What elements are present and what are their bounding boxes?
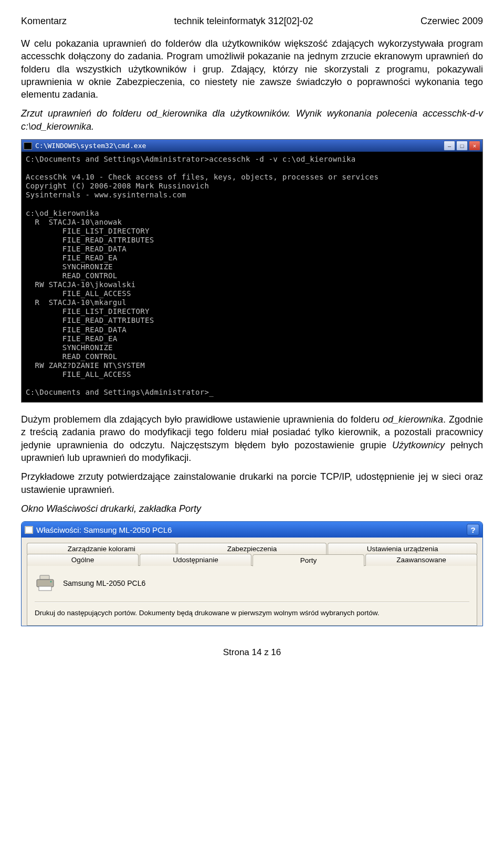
paragraph-2-italic: Zrzut uprawnień do folderu od_kierownika… [21,107,483,133]
ports-description: Drukuj do następujących portów. Dokument… [35,608,469,618]
properties-titlebar: Właściwości: Samsung ML-2050 PCL6 ? [22,522,482,538]
tab-sharing[interactable]: Udostępnianie [140,554,251,566]
tab-device-settings[interactable]: Ustawienia urządzenia [328,543,477,554]
cmd-titlebar: C:\WINDOWS\system32\cmd.exe – □ × [22,140,482,152]
header-center: technik teleinformatyk 312[02]-02 [174,16,313,27]
svg-point-3 [50,581,52,583]
cmd-window: C:\WINDOWS\system32\cmd.exe – □ × C:\Doc… [21,139,483,403]
text-italic: od_kierownika [383,414,443,425]
paragraph-1: W celu pokazania uprawnień do folderów d… [21,37,483,101]
svg-rect-0 [40,575,49,580]
tabs-row-1: Zarządzanie kolorami Zabezpieczenia Usta… [27,543,477,554]
svg-rect-2 [39,586,51,591]
help-button[interactable]: ? [467,524,479,535]
tab-general[interactable]: Ogólne [27,554,139,566]
text-italic: Użytkownicy [392,440,445,450]
tabs-row-2: Ogólne Udostępnianie Porty Zaawansowane [27,554,477,566]
svg-rect-1 [37,580,54,587]
printer-name-label: Samsung ML-2050 PCL6 [63,579,145,587]
printer-small-icon [25,526,33,534]
cmd-title: C:\WINDOWS\system32\cmd.exe [35,142,146,150]
minimize-button[interactable]: – [444,141,455,151]
paragraph-3: Dużym problemem dla zdających było prawi… [21,413,483,464]
tab-panel-ports: Samsung ML-2050 PCL6 Drukuj do następują… [27,565,477,626]
maximize-button[interactable]: □ [456,141,468,151]
tab-color-management[interactable]: Zarządzanie kolorami [27,543,176,554]
cmd-icon [24,142,32,150]
printer-icon [35,574,56,592]
tab-ports[interactable]: Porty [253,554,364,566]
cmd-output: C:\Documents and Settings\Administrator>… [22,152,482,402]
paragraph-4: Przykładowe zrzuty potwierdzające zainst… [21,470,483,496]
tab-advanced[interactable]: Zaawansowane [365,554,477,566]
close-button[interactable]: × [469,141,480,151]
properties-dialog: Właściwości: Samsung ML-2050 PCL6 ? Zarz… [21,521,483,626]
paragraph-5-italic: Okno Właściwości drukarki, zakładka Port… [21,502,483,515]
header-left: Komentarz [21,16,67,27]
header-right: Czerwiec 2009 [421,16,483,27]
page-footer: Strona 14 z 16 [21,647,483,658]
text: Dużym problemem dla zdających było prawi… [21,414,383,425]
tab-security[interactable]: Zabezpieczenia [177,543,327,554]
page-header: Komentarz technik teleinformatyk 312[02]… [21,16,483,27]
divider [35,602,469,602]
properties-title: Właściwości: Samsung ML-2050 PCL6 [36,525,172,534]
